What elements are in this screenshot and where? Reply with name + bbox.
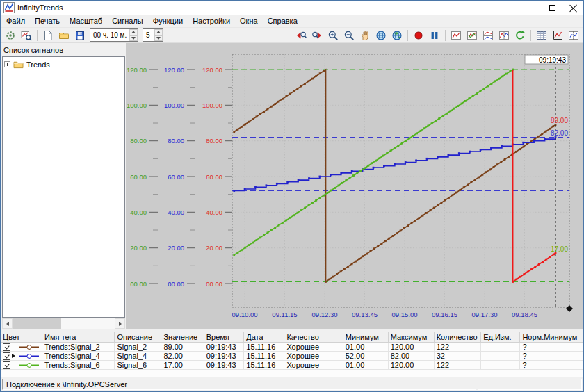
visibility-checkbox[interactable] (3, 361, 10, 369)
y-axis-label: 60.00 (130, 173, 147, 181)
menu-windows[interactable]: Окна (235, 15, 263, 26)
trend-chart[interactable]: 00.0020.0040.0060.0080.00100.00120.0000.… (126, 43, 583, 329)
y-axis-label: 40.00 (206, 209, 222, 216)
menu-print[interactable]: Печать (30, 15, 65, 26)
cell-3: 89.00 (161, 343, 204, 352)
scroll-right-button[interactable] (115, 318, 125, 329)
table-row[interactable]: Trends:Signal_2Signal_289.0009:19:4315.1… (1, 343, 583, 352)
cell-5: 15.11.16 (244, 352, 284, 361)
close-icon (569, 4, 577, 12)
column-header-5[interactable]: Время (204, 332, 244, 343)
series-line (513, 70, 555, 281)
time-range-value: 00 ч. 10 м. (90, 29, 129, 41)
time-range-input[interactable]: 00 ч. 10 м. (90, 28, 138, 42)
record-button[interactable] (411, 28, 426, 42)
toolbar-right-group (293, 28, 581, 42)
zoomin-icon (327, 30, 339, 41)
column-header-4[interactable]: Значение (161, 332, 204, 343)
x-axis-label: 09.10.00 (232, 311, 258, 318)
menu-scale[interactable]: Масштаб (65, 15, 107, 26)
table-view-button[interactable] (534, 28, 549, 42)
signal-tree[interactable]: Trends (2, 56, 125, 318)
x-axis-label: 09.18.45 (512, 311, 537, 318)
menu-help[interactable]: Справка (263, 15, 302, 26)
new-document-button[interactable] (40, 28, 56, 42)
zoom-in-button[interactable] (325, 28, 341, 42)
window-controls (521, 1, 583, 15)
points-count-spinner (154, 29, 163, 41)
arrow-right-icon (119, 322, 122, 326)
zoom-out-button[interactable] (341, 28, 357, 42)
table-row[interactable]: Trends:Signal_4Signal_482.0009:19:4315.1… (1, 352, 583, 361)
chart-area[interactable]: 00.0020.0040.0060.0080.00100.00120.0000.… (126, 43, 583, 329)
column-header-3[interactable]: Описание (115, 332, 161, 343)
x-axis-label: 09.16.15 (432, 311, 457, 318)
maximize-icon (549, 5, 555, 11)
y-axis-label: 100.00 (202, 101, 222, 109)
sidebar-hscrollbar[interactable] (2, 318, 125, 329)
print-preview-button[interactable] (19, 28, 34, 42)
column-header-12[interactable]: Норм.Минимум (520, 332, 583, 343)
time-range-up-button[interactable] (129, 29, 138, 35)
y-axis-label: 120.00 (127, 66, 147, 74)
cell-4: 09:19:43 (204, 361, 244, 370)
scroll-left-button[interactable] (2, 318, 13, 329)
points-up-button[interactable] (154, 29, 163, 35)
series-3 (233, 69, 556, 283)
table-row[interactable]: Trends:Signal_6Signal_617.0009:19:4315.1… (1, 361, 583, 370)
minimize-button[interactable] (521, 1, 542, 15)
series-2 (233, 136, 556, 192)
save-document-button[interactable] (72, 28, 88, 42)
chart-view-button[interactable] (550, 28, 565, 42)
cell-10 (481, 352, 520, 361)
record-icon (413, 30, 424, 41)
cell-8: 120.00 (388, 343, 434, 352)
scrollbar-thumb[interactable] (13, 318, 61, 329)
cursor-view-button[interactable] (566, 28, 581, 42)
refresh-button[interactable] (512, 28, 528, 42)
column-header-2[interactable]: Имя тега (42, 332, 115, 343)
chart2-icon (467, 30, 478, 41)
arrow-up-icon (156, 31, 161, 33)
pan-button[interactable] (357, 28, 373, 42)
column-header-1[interactable]: Цвет (1, 332, 42, 343)
pause-button[interactable] (427, 28, 442, 42)
column-header-11[interactable]: Ед.Изм. (481, 332, 520, 343)
menu-file[interactable]: Файл (1, 15, 30, 26)
server-network-button[interactable] (389, 28, 405, 42)
visibility-checkbox[interactable] (3, 343, 10, 351)
layout-stacked-button[interactable] (480, 28, 496, 42)
cursor-diamond[interactable] (566, 305, 573, 312)
close-button[interactable] (562, 1, 583, 15)
visibility-checkbox[interactable] (3, 352, 10, 360)
signal-table-area: ЦветИмя тегаОписаниеЗначениеВремяДатаКач… (1, 332, 583, 377)
layout-overlay-button[interactable] (464, 28, 480, 42)
scroll-back-button[interactable] (293, 28, 309, 42)
layout-grid-button[interactable] (496, 28, 512, 42)
menu-functions[interactable]: Функции (148, 15, 188, 26)
tree-item-trends[interactable]: Trends (4, 59, 123, 70)
maximize-button[interactable] (542, 1, 562, 15)
titlebar[interactable]: InfinityTrends (1, 1, 583, 15)
cell-10 (481, 343, 520, 352)
menu-signals[interactable]: Сигналы (107, 15, 148, 26)
column-header-9[interactable]: Максимум (388, 332, 434, 343)
points-down-button[interactable] (154, 35, 163, 42)
scroll-forward-button[interactable] (309, 28, 325, 42)
scrollbar-track[interactable] (13, 318, 115, 329)
expand-icon[interactable] (4, 61, 10, 67)
column-header-10[interactable]: Количество (434, 332, 481, 343)
column-header-8[interactable]: Минимум (343, 332, 388, 343)
server-local-button[interactable] (373, 28, 389, 42)
time-range-down-button[interactable] (129, 35, 138, 42)
column-header-7[interactable]: Качество (284, 332, 343, 343)
layout-single-button[interactable] (448, 28, 464, 42)
points-count-input[interactable]: 5 (143, 28, 163, 42)
column-header-6[interactable]: Дата (244, 332, 284, 343)
menu-settings[interactable]: Настройки (188, 15, 235, 26)
current-value-label: 17.00 (551, 245, 568, 253)
signal-properties-button[interactable] (3, 28, 18, 42)
open-document-button[interactable] (56, 28, 72, 42)
series-line (234, 70, 555, 281)
y-axis-label: 120.00 (164, 66, 184, 74)
